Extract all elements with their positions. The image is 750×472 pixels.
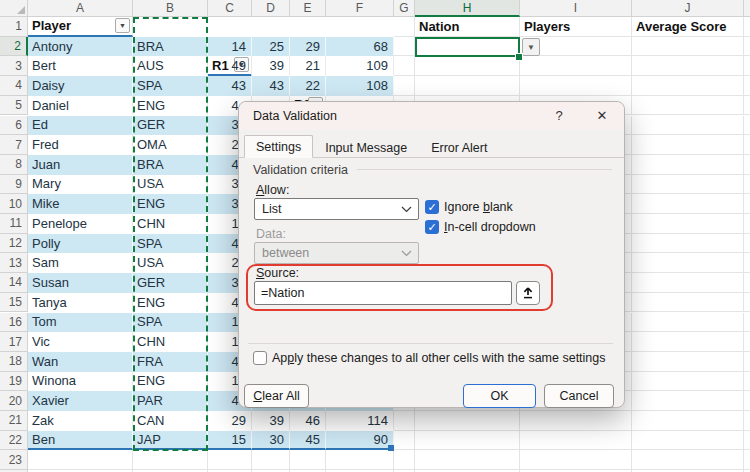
row-header-17[interactable]: 17 [0, 332, 28, 352]
cell-K5[interactable] [744, 96, 750, 116]
cell-K12[interactable] [744, 234, 750, 254]
cell-B10[interactable]: ENG [133, 194, 208, 214]
ignore-blank-checkbox[interactable]: ✓ [425, 200, 439, 214]
row-header-9[interactable]: 9 [0, 175, 28, 195]
cell-B23[interactable] [133, 450, 208, 470]
cell-J19[interactable] [632, 372, 744, 392]
cell-J16[interactable] [632, 313, 744, 333]
row-header-4[interactable]: 4 [0, 76, 28, 96]
column-header-B[interactable]: B [133, 0, 208, 17]
row-header-16[interactable]: 16 [0, 313, 28, 333]
cell-B14[interactable]: GER [133, 273, 208, 293]
row-header-1[interactable]: 1 [0, 17, 28, 37]
cell-K9[interactable] [744, 175, 750, 195]
row-header-19[interactable]: 19 [0, 372, 28, 392]
cell-G3[interactable] [394, 56, 415, 76]
cell-A3[interactable]: Bert [28, 56, 133, 76]
cell-D2[interactable]: 25 [252, 37, 290, 57]
cell-E2[interactable]: 29 [290, 37, 326, 57]
cell-K14[interactable] [744, 273, 750, 293]
cell-A10[interactable]: Mike [28, 194, 133, 214]
row-header-15[interactable]: 15 [0, 293, 28, 313]
collapse-dialog-button[interactable] [516, 281, 540, 305]
cell-K22[interactable] [744, 431, 750, 451]
cell-A9[interactable]: Mary [28, 175, 133, 195]
fill-handle[interactable] [515, 53, 523, 61]
cell-H23[interactable] [415, 450, 520, 470]
row-header-11[interactable]: 11 [0, 214, 28, 234]
help-icon[interactable]: ? [549, 102, 569, 130]
cell-K13[interactable] [744, 253, 750, 273]
cell-J2[interactable] [632, 37, 744, 57]
cell-E23[interactable] [290, 450, 326, 470]
cell-A23[interactable] [28, 450, 133, 470]
cell-B15[interactable]: ENG [133, 293, 208, 313]
cell-K15[interactable] [744, 293, 750, 313]
column-header-D[interactable]: D [252, 0, 290, 17]
cell-A5[interactable]: Daniel [28, 96, 133, 116]
clear-all-button[interactable]: Clear All [244, 384, 309, 408]
cell-E4[interactable]: 22 [290, 76, 326, 96]
cell-K23[interactable] [744, 450, 750, 470]
column-header-sliver[interactable] [744, 0, 750, 17]
column-header-A[interactable]: A [28, 0, 133, 17]
cell-F23[interactable] [326, 450, 394, 470]
cell-C23[interactable] [208, 450, 252, 470]
cell-B4[interactable]: SPA [133, 76, 208, 96]
cell-A8[interactable]: Juan [28, 155, 133, 175]
cell-B6[interactable]: GER [133, 116, 208, 136]
cell-A20[interactable]: Xavier [28, 391, 133, 411]
row-header-20[interactable]: 20 [0, 391, 28, 411]
row-header-8[interactable]: 8 [0, 155, 28, 175]
cell-B8[interactable]: BRA [133, 155, 208, 175]
cell-K21[interactable] [744, 411, 750, 431]
cell-B3[interactable]: AUS [133, 56, 208, 76]
row-header-13[interactable]: 13 [0, 253, 28, 273]
cell-J15[interactable] [632, 293, 744, 313]
cell-C4[interactable]: 43 [208, 76, 252, 96]
cell-E3[interactable]: 21 [290, 56, 326, 76]
column-header-F[interactable]: F [326, 0, 394, 17]
cell-A14[interactable]: Susan [28, 273, 133, 293]
cell-J10[interactable] [632, 194, 744, 214]
column-header-G[interactable]: G [394, 0, 415, 17]
cell-K7[interactable] [744, 135, 750, 155]
cell-C3[interactable]: 49 [208, 56, 252, 76]
cell-I22[interactable] [520, 431, 632, 451]
filter-button[interactable]: ▼ [115, 18, 130, 33]
cell-A18[interactable]: Wan [28, 352, 133, 372]
cell-B17[interactable]: CHN [133, 332, 208, 352]
cell-K17[interactable] [744, 332, 750, 352]
cell-J21[interactable] [632, 411, 744, 431]
cell-B19[interactable]: ENG [133, 372, 208, 392]
cell-K11[interactable] [744, 214, 750, 234]
cell-B13[interactable]: USA [133, 253, 208, 273]
cell-K16[interactable] [744, 313, 750, 333]
cell-K1[interactable] [744, 17, 750, 37]
cell-J13[interactable] [632, 253, 744, 273]
cell-H22[interactable] [415, 431, 520, 451]
cell-K4[interactable] [744, 76, 750, 96]
cell-K10[interactable] [744, 194, 750, 214]
cell-A4[interactable]: Daisy [28, 76, 133, 96]
column-header-H[interactable]: H [415, 0, 520, 17]
cell-K20[interactable] [744, 391, 750, 411]
cell-J12[interactable] [632, 234, 744, 254]
apply-changes-checkbox[interactable] [253, 351, 267, 365]
cell-J20[interactable] [632, 391, 744, 411]
cell-J5[interactable] [632, 96, 744, 116]
row-header-18[interactable]: 18 [0, 352, 28, 372]
cell-J22[interactable] [632, 431, 744, 451]
cell-B7[interactable]: OMA [133, 135, 208, 155]
cell-C22[interactable]: 15 [208, 431, 252, 451]
cell-G21[interactable] [394, 411, 415, 431]
ok-button[interactable]: OK [463, 384, 536, 408]
cell-A19[interactable]: Winona [28, 372, 133, 392]
row-header-2[interactable]: 2 [0, 37, 28, 57]
row-header-23[interactable]: 23 [0, 450, 28, 470]
cell-C21[interactable]: 29 [208, 411, 252, 431]
table-resize-handle[interactable] [388, 445, 394, 451]
cell-K19[interactable] [744, 372, 750, 392]
cell-K2[interactable] [744, 37, 750, 57]
cancel-button[interactable]: Cancel [544, 384, 614, 408]
